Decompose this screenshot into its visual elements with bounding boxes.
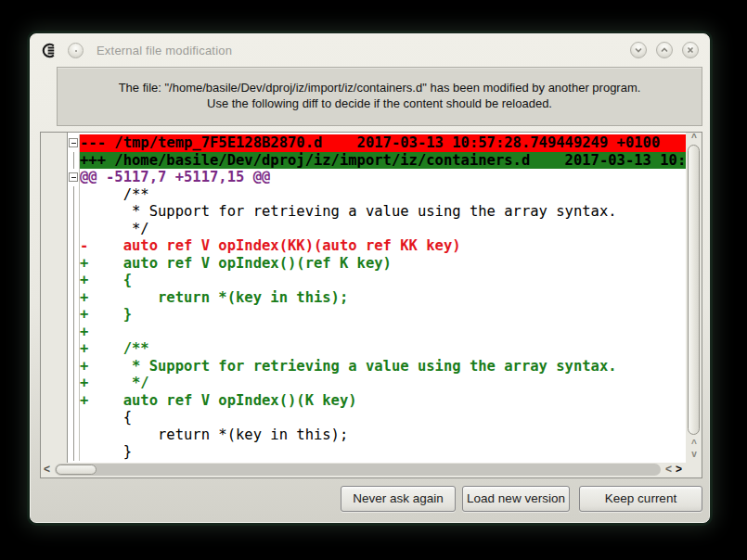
- vertical-scrollbar-thumb[interactable]: [688, 145, 700, 435]
- fold-line: [73, 375, 74, 392]
- fold-collapse-icon[interactable]: [69, 172, 78, 182]
- titlebar-buttons: [630, 42, 699, 58]
- diff-line: */: [68, 221, 686, 238]
- fold-gutter: [68, 443, 80, 461]
- window-menu-button[interactable]: [68, 43, 84, 58]
- message-line-2: Use the following diff to decide if the …: [58, 95, 702, 111]
- fold-gutter: [68, 272, 80, 289]
- titlebar[interactable]: External file modification: [31, 34, 709, 66]
- diff-line-text: --- /tmp/temp_7F5E128B2870.d 2017-03-13 …: [80, 134, 686, 152]
- scroll-down-arrow-icon[interactable]: v: [686, 450, 702, 459]
- fold-line: [73, 221, 74, 238]
- fold-line: [73, 186, 74, 204]
- external-file-modification-dialog: External file modification: [30, 33, 710, 523]
- scroll-up-arrow2-icon[interactable]: ^: [686, 439, 702, 449]
- load-new-version-button[interactable]: Load new version: [462, 486, 570, 512]
- fold-gutter: [68, 409, 80, 426]
- diff-line-text: +++ /home/basile/Dev/dproj/iz/import/iz/…: [80, 152, 686, 170]
- minimize-button[interactable]: [630, 42, 647, 58]
- fold-gutter: [68, 358, 80, 375]
- fold-gutter: [68, 340, 80, 358]
- fold-line: [73, 392, 74, 410]
- close-icon: [686, 45, 695, 55]
- diff-line: * Support for retrieving a value using t…: [68, 203, 686, 221]
- diff-line: + return *(key in this);: [68, 289, 686, 307]
- diff-line: +++ /home/basile/Dev/dproj/iz/import/iz/…: [68, 152, 686, 170]
- diff-line: - auto ref V opIndex(KK)(auto ref KK key…: [68, 237, 686, 255]
- fold-gutter: [68, 237, 80, 255]
- fold-gutter: [68, 221, 80, 238]
- diff-line-text: /**: [80, 186, 686, 204]
- diff-line: + auto ref V opIndex()(K key): [68, 392, 686, 410]
- diff-line: /**: [68, 186, 686, 204]
- diff-editor[interactable]: --- /tmp/temp_7F5E128B2870.d 2017-03-13 …: [67, 133, 686, 463]
- maximize-button[interactable]: [656, 42, 673, 58]
- fold-line: [73, 237, 74, 255]
- fold-gutter: [68, 426, 80, 444]
- fold-line: [73, 358, 74, 375]
- diff-line: return *(key in this);: [68, 426, 686, 444]
- diff-line: + * Support for retrieving a value using…: [68, 358, 686, 375]
- fold-line: [73, 324, 74, 341]
- scroll-right-arrow-icon[interactable]: >: [676, 464, 682, 476]
- diff-line-text: + {: [80, 272, 686, 289]
- coedit-app-icon: [41, 43, 57, 58]
- diff-line-text: {: [80, 409, 686, 426]
- diff-line: +: [68, 324, 686, 341]
- diff-line: @@ -5117,7 +5117,15 @@: [68, 169, 686, 186]
- chevron-down-icon: [634, 45, 643, 55]
- desktop-background: External file modification: [0, 0, 747, 560]
- diff-line-text: + auto ref V opIndex()(ref K key): [80, 255, 686, 273]
- scroll-left-arrow2-icon[interactable]: <: [665, 464, 672, 476]
- fold-gutter: [68, 255, 80, 273]
- horizontal-scrollbar[interactable]: < < >: [43, 463, 685, 477]
- diff-line: + /**: [68, 340, 686, 358]
- fold-gutter: [68, 134, 80, 152]
- diff-line-text: */: [80, 221, 686, 238]
- diff-line-text: +: [80, 324, 686, 341]
- close-button[interactable]: [682, 42, 699, 58]
- horizontal-scrollbar-track[interactable]: [55, 464, 661, 476]
- fold-gutter: [68, 203, 80, 221]
- message-panel: The file: "/home/basile/Dev/dproj/iz/imp…: [57, 67, 702, 126]
- fold-line: [73, 409, 74, 426]
- message-line-1: The file: "/home/basile/Dev/dproj/iz/imp…: [58, 80, 702, 95]
- window-title: External file modification: [97, 44, 232, 57]
- fold-gutter: [68, 289, 80, 307]
- fold-gutter: [68, 186, 80, 204]
- horizontal-scrollbar-thumb[interactable]: [56, 465, 97, 475]
- fold-gutter: [68, 306, 80, 324]
- scroll-up-arrow-icon[interactable]: ^: [686, 134, 702, 143]
- fold-line: [73, 443, 74, 461]
- fold-line: [73, 426, 74, 444]
- fold-line: [73, 152, 74, 170]
- fold-line: [73, 272, 74, 289]
- diff-line: + }: [68, 306, 686, 324]
- chevron-up-icon: [660, 45, 669, 55]
- fold-line: [73, 255, 74, 273]
- fold-gutter: [68, 392, 80, 410]
- fold-line: [73, 306, 74, 324]
- diff-line-text: + */: [80, 375, 686, 392]
- diff-line-text: + auto ref V opIndex()(K key): [80, 392, 686, 410]
- fold-line: [73, 340, 74, 358]
- diff-line: + {: [68, 272, 686, 289]
- diff-line: {: [68, 409, 686, 426]
- diff-line: --- /tmp/temp_7F5E128B2870.d 2017-03-13 …: [68, 134, 686, 152]
- fold-collapse-icon[interactable]: [69, 138, 78, 147]
- diff-line-text: + return *(key in this);: [80, 289, 686, 307]
- diff-line-text: + }: [80, 306, 686, 324]
- fold-gutter: [68, 375, 80, 392]
- diff-line-text: * Support for retrieving a value using t…: [80, 203, 686, 221]
- vertical-scrollbar[interactable]: ^ ^ v: [686, 133, 702, 463]
- diff-line-text: @@ -5117,7 +5117,15 @@: [80, 169, 686, 186]
- never-ask-again-button[interactable]: Never ask again: [341, 486, 456, 512]
- keep-current-button[interactable]: Keep current: [579, 486, 702, 512]
- diff-panel: --- /tmp/temp_7F5E128B2870.d 2017-03-13 …: [40, 132, 702, 478]
- diff-line-text: + * Support for retrieving a value using…: [80, 358, 686, 375]
- diff-line: + auto ref V opIndex()(ref K key): [68, 255, 686, 273]
- fold-gutter: [68, 324, 80, 341]
- scroll-left-arrow-icon[interactable]: <: [44, 464, 50, 476]
- fold-line: [73, 289, 74, 307]
- diff-line: + */: [68, 375, 686, 392]
